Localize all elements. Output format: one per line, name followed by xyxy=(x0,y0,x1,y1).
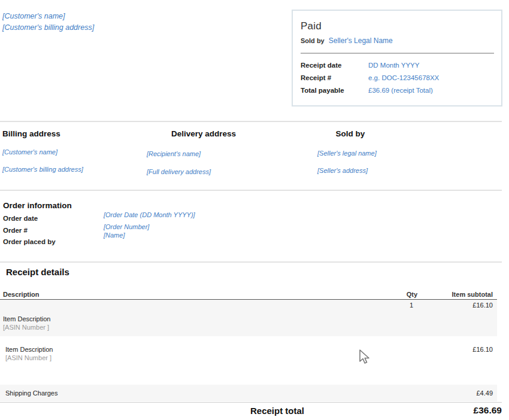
sold-by-title: Sold by xyxy=(317,129,383,138)
billing-name-placeholder[interactable]: [Customer's name] xyxy=(2,148,141,156)
section-divider-2 xyxy=(0,190,502,191)
order-number-placeholder[interactable]: [Order Number] xyxy=(104,223,149,230)
shipping-charges-row: Shipping Charges £4.49 xyxy=(0,385,497,401)
receipt-page: [Customer's name] [Customer's billing ad… xyxy=(0,0,509,420)
shipping-charges-amount: £4.49 xyxy=(476,389,493,397)
paid-box-divider xyxy=(301,53,494,54)
paid-status-title: Paid xyxy=(301,20,501,32)
item2-description: Item Description xyxy=(5,346,53,353)
paid-fields: Receipt date DD Month YYYY Receipt # e.g… xyxy=(301,62,494,94)
item2-subtotal: £16.10 xyxy=(472,346,493,353)
item1-asin-placeholder: [ASIN Number ] xyxy=(3,324,49,331)
recipient-name-placeholder[interactable]: [Recipient's name] xyxy=(147,150,260,157)
seller-legal-name-placeholder[interactable]: [Seller's legal name] xyxy=(317,150,383,157)
section-divider-1 xyxy=(0,121,502,122)
delivery-address-column: Delivery address [Recipient's name] [Ful… xyxy=(147,129,260,175)
item1-subtotal: £16.10 xyxy=(472,302,493,309)
item1-qty: 1 xyxy=(410,302,413,309)
table-row: 1 £16.10 Item Description [ASIN Number ] xyxy=(0,300,497,336)
order-placed-by-label: Order placed by xyxy=(3,238,56,245)
sold-by-column: Sold by [Seller's legal name] [Seller's … xyxy=(317,129,383,174)
receipt-number-value[interactable]: e.g. DOC-12345678XX xyxy=(368,74,494,81)
seller-legal-name-link[interactable]: Seller's Legal Name xyxy=(329,36,393,45)
sold-by-label: Sold by xyxy=(301,37,325,44)
customer-header: [Customer's name] [Customer's billing ad… xyxy=(2,11,94,34)
description-column-header: Description xyxy=(3,291,40,298)
billing-address-placeholder[interactable]: [Customer's billing address] xyxy=(2,166,141,173)
subtotal-column-header: Item subtotal xyxy=(452,291,493,298)
sold-by-row: Sold bySeller's Legal Name xyxy=(301,35,501,45)
order-date-label: Order date xyxy=(3,215,38,222)
billing-address-title: Billing address xyxy=(2,129,141,138)
total-payable-value[interactable]: £36.69 (receipt Total) xyxy=(368,87,494,94)
table-row: Item Description [ASIN Number ] £16.10 xyxy=(0,340,497,380)
receipt-total-label: Receipt total xyxy=(250,406,304,416)
item1-description: Item Description xyxy=(3,315,50,322)
receipt-total-amount: £36.69 xyxy=(474,405,502,416)
order-information-title: Order information xyxy=(3,201,72,210)
order-number-label: Order # xyxy=(3,227,28,234)
receipt-total-divider xyxy=(0,402,502,403)
section-divider-3 xyxy=(0,261,502,263)
receipt-number-label: Receipt # xyxy=(301,74,368,81)
order-placed-by-placeholder[interactable]: [Name] xyxy=(104,232,125,239)
customer-billing-address-placeholder[interactable]: [Customer's billing address] xyxy=(2,22,94,34)
item2-asin-placeholder: [ASIN Number ] xyxy=(5,354,51,361)
seller-address-placeholder[interactable]: [Seller's address] xyxy=(317,167,383,174)
receipt-table-header: Description Qty Item subtotal xyxy=(0,291,497,299)
customer-name-placeholder[interactable]: [Customer's name] xyxy=(2,11,94,22)
shipping-charges-label: Shipping Charges xyxy=(5,389,57,397)
mouse-cursor-icon xyxy=(357,349,371,365)
qty-column-header: Qty xyxy=(407,291,417,298)
paid-summary-box: Paid Sold bySeller's Legal Name Receipt … xyxy=(292,10,502,106)
total-payable-label: Total payable xyxy=(301,87,368,94)
receipt-details-title: Receipt details xyxy=(6,267,69,277)
delivery-address-placeholder[interactable]: [Full delivery address] xyxy=(147,168,260,175)
receipt-date-value[interactable]: DD Month YYYY xyxy=(368,62,494,69)
delivery-address-title: Delivery address xyxy=(147,129,260,138)
billing-address-column: Billing address [Customer's name] [Custo… xyxy=(2,129,141,173)
order-date-placeholder[interactable]: [Order Date (DD Month YYYY)] xyxy=(104,211,195,218)
receipt-date-label: Receipt date xyxy=(301,62,368,69)
